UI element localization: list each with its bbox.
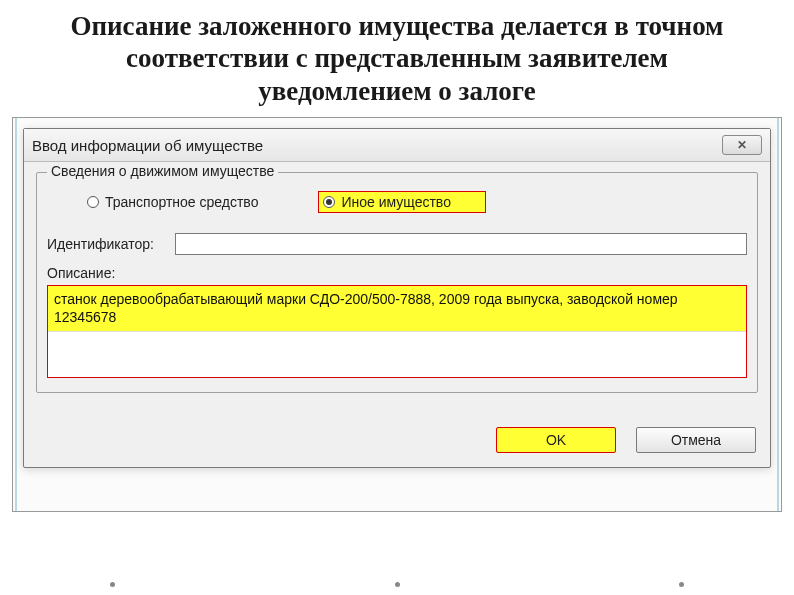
footer-decoration bbox=[0, 582, 794, 587]
dot-icon bbox=[395, 582, 400, 587]
close-button[interactable]: ✕ bbox=[722, 135, 762, 155]
slide-title: Описание заложенного имущества делается … bbox=[0, 0, 794, 117]
property-type-radios: Транспортное средство Иное имущество bbox=[47, 185, 747, 227]
dialog-titlebar[interactable]: Ввод информации об имуществе ✕ bbox=[24, 129, 770, 162]
identifier-input[interactable] bbox=[175, 233, 747, 255]
description-label: Описание: bbox=[47, 265, 747, 281]
decor-stripe bbox=[777, 118, 779, 511]
description-textarea[interactable]: станок деревообрабатывающий марки СДО-20… bbox=[47, 285, 747, 377]
radio-icon bbox=[87, 196, 99, 208]
radio-icon bbox=[323, 196, 335, 208]
groupbox-legend: Сведения о движимом имуществе bbox=[47, 163, 278, 179]
radio-transport-label: Транспортное средство bbox=[105, 194, 258, 210]
close-icon: ✕ bbox=[737, 138, 747, 152]
property-groupbox: Сведения о движимом имуществе Транспортн… bbox=[36, 172, 758, 392]
dot-icon bbox=[679, 582, 684, 587]
screenshot-area: Ввод информации об имуществе ✕ Сведения … bbox=[12, 117, 782, 512]
decor-stripe bbox=[15, 118, 17, 511]
description-empty-area bbox=[48, 331, 746, 377]
cancel-button[interactable]: Отмена bbox=[636, 427, 756, 453]
property-dialog: Ввод информации об имуществе ✕ Сведения … bbox=[23, 128, 771, 467]
dot-icon bbox=[110, 582, 115, 587]
identifier-row: Идентификатор: bbox=[47, 233, 747, 255]
radio-other-label: Иное имущество bbox=[341, 194, 450, 210]
radio-transport[interactable]: Транспортное средство bbox=[87, 194, 258, 210]
ok-button[interactable]: OK bbox=[496, 427, 616, 453]
identifier-label: Идентификатор: bbox=[47, 236, 167, 252]
dialog-buttons: OK Отмена bbox=[24, 415, 770, 467]
description-text: станок деревообрабатывающий марки СДО-20… bbox=[48, 286, 746, 330]
slide: Описание заложенного имущества делается … bbox=[0, 0, 794, 595]
dialog-body: Сведения о движимом имуществе Транспортн… bbox=[24, 162, 770, 414]
dialog-title: Ввод информации об имуществе bbox=[32, 137, 263, 154]
radio-other-property[interactable]: Иное имущество bbox=[318, 191, 485, 213]
